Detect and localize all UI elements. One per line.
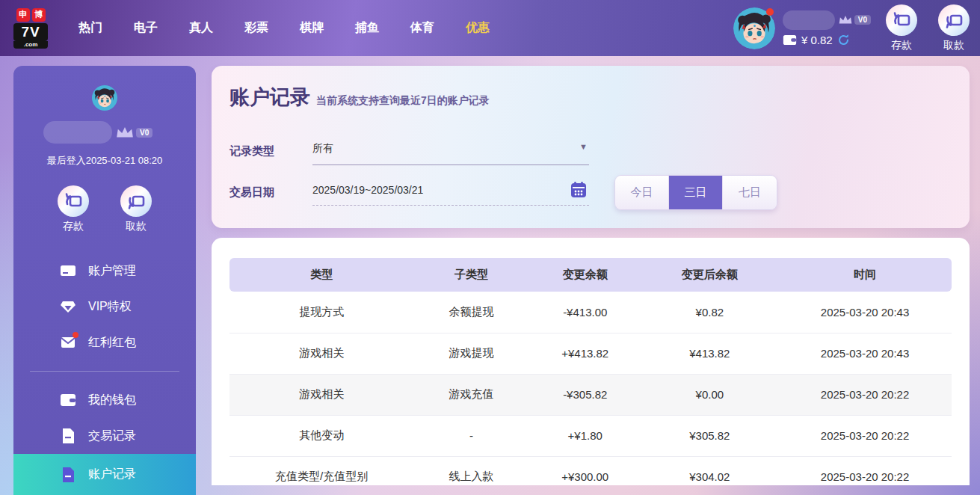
date-range-value: 2025/03/19~2025/03/21 bbox=[312, 184, 423, 196]
cell-subtype: 线上入款 bbox=[413, 456, 529, 495]
page-title: 账户记录 bbox=[229, 84, 310, 111]
main-nav: 热门 电子 真人 彩票 棋牌 捕鱼 体育 优惠 bbox=[63, 20, 505, 36]
sidebar-item-label: 账户记录 bbox=[88, 467, 136, 482]
cell-after: ¥0.00 bbox=[641, 374, 779, 415]
cell-after: ¥305.82 bbox=[641, 415, 779, 456]
red-packet-icon bbox=[60, 334, 76, 351]
top-navbar: 申 博 7V .com 热门 电子 真人 彩票 棋牌 捕鱼 体育 优惠 V0 bbox=[0, 0, 980, 56]
header-time: 时间 bbox=[778, 258, 952, 292]
nav-item-cards[interactable]: 棋牌 bbox=[289, 20, 335, 36]
cell-subtype: - bbox=[413, 415, 529, 456]
sidebar-avatar[interactable] bbox=[64, 85, 146, 111]
vip-gem-icon bbox=[60, 298, 76, 315]
sidebar-deposit-label: 存款 bbox=[63, 220, 84, 233]
sidebar-item-account-management[interactable]: 账户管理 bbox=[13, 253, 196, 289]
navbar-user-cluster: V0 ¥ 0.82 存款 取款 bbox=[733, 0, 980, 56]
sidebar-item-bonus-redpacket[interactable]: 红利红包 bbox=[13, 325, 196, 360]
table-header-row: 类型 子类型 变更余额 变更后余额 时间 bbox=[229, 258, 952, 292]
table-row: 提现方式 余额提现 -¥413.00 ¥0.82 2025-03-20 20:4… bbox=[229, 292, 952, 333]
header-type: 类型 bbox=[229, 258, 413, 292]
main-content: 账户记录 当前系统支持查询最近7日的账户记录 记录类型 所有 ▼ 交易日期 20… bbox=[212, 66, 970, 495]
nav-item-hot[interactable]: 热门 bbox=[67, 20, 114, 36]
sidebar-item-vip-privileges[interactable]: VIP特权 bbox=[13, 289, 196, 325]
withdraw-button[interactable]: 取款 bbox=[938, 4, 970, 52]
header-subtype: 子类型 bbox=[413, 258, 529, 292]
sidebar-vip-crown-icon bbox=[115, 125, 135, 140]
cell-change: +¥300.00 bbox=[529, 456, 641, 495]
date-range-quick-buttons: 今日 三日 七日 bbox=[614, 175, 777, 210]
sidebar-item-label: 交易记录 bbox=[88, 428, 136, 444]
table-row: 其他变动 - +¥1.80 ¥305.82 2025-03-20 20:22 bbox=[229, 415, 952, 456]
page-body: V0 最后登入2025-03-21 08:20 存款 取款 账户管理 bbox=[0, 56, 980, 495]
cell-time: 2025-03-20 20:22 bbox=[778, 374, 952, 415]
nav-item-slots[interactable]: 电子 bbox=[123, 20, 169, 36]
cell-change: -¥413.00 bbox=[529, 292, 641, 333]
records-table-panel: 类型 子类型 变更余额 变更后余额 时间 提现方式 余额提现 -¥413.00 … bbox=[212, 238, 970, 485]
wallet-icon bbox=[60, 392, 76, 408]
cell-type: 游戏相关 bbox=[229, 374, 413, 415]
last-login-text: 最后登入2025-03-21 08:20 bbox=[47, 154, 163, 167]
cell-change: +¥1.80 bbox=[529, 415, 641, 456]
cell-time: 2025-03-20 20:22 bbox=[778, 456, 952, 495]
cell-change: +¥413.82 bbox=[529, 333, 641, 374]
sidebar-vip-level-badge: V0 bbox=[136, 128, 152, 138]
header-change: 变更余额 bbox=[529, 258, 641, 292]
cell-type: 游戏相关 bbox=[229, 333, 413, 374]
nav-item-promo[interactable]: 优惠 bbox=[454, 20, 501, 36]
cell-subtype: 游戏充值 bbox=[413, 374, 529, 415]
sidebar-withdraw-button[interactable]: 取款 bbox=[120, 185, 152, 233]
vip-crown-icon bbox=[838, 14, 853, 25]
sidebar-item-account-records[interactable]: 账户记录 bbox=[13, 454, 196, 495]
document-icon bbox=[60, 467, 76, 483]
logo-badge-1: 申 bbox=[16, 8, 30, 22]
document-icon bbox=[60, 428, 76, 444]
transaction-date-label: 交易日期 bbox=[229, 185, 312, 200]
username-redacted bbox=[783, 10, 835, 30]
records-table: 类型 子类型 变更余额 变更后余额 时间 提现方式 余额提现 -¥413.00 … bbox=[229, 258, 952, 495]
record-type-select[interactable]: 所有 ▼ bbox=[312, 138, 589, 165]
sidebar-divider bbox=[30, 371, 179, 372]
sidebar-item-label: 账户管理 bbox=[88, 263, 136, 279]
vip-level-badge: V0 bbox=[854, 15, 871, 25]
date-range-input[interactable]: 2025/03/19~2025/03/21 bbox=[312, 179, 589, 206]
cell-time: 2025-03-20 20:43 bbox=[778, 333, 952, 374]
chevron-down-icon: ▼ bbox=[579, 142, 588, 151]
sidebar-deposit-icon bbox=[64, 191, 83, 211]
sidebar-item-label: VIP特权 bbox=[88, 299, 132, 315]
nav-item-fishing[interactable]: 捕鱼 bbox=[344, 20, 390, 36]
logo-text: 7V bbox=[13, 23, 48, 41]
sidebar-item-my-wallet[interactable]: 我的钱包 bbox=[13, 382, 196, 418]
refresh-icon[interactable] bbox=[837, 34, 850, 46]
cell-after: ¥304.02 bbox=[641, 456, 779, 495]
cell-type: 提现方式 bbox=[229, 292, 413, 333]
sidebar: V0 最后登入2025-03-21 08:20 存款 取款 账户管理 bbox=[13, 66, 196, 495]
cell-time: 2025-03-20 20:43 bbox=[778, 292, 952, 333]
sidebar-withdraw-label: 取款 bbox=[126, 220, 147, 233]
logo-badge-2: 博 bbox=[32, 8, 46, 22]
sidebar-item-transaction-records[interactable]: 交易记录 bbox=[13, 418, 196, 454]
withdraw-label: 取款 bbox=[943, 39, 964, 52]
table-row: 游戏相关 游戏提现 +¥413.82 ¥413.82 2025-03-20 20… bbox=[229, 333, 952, 374]
balance-amount: ¥ 0.82 bbox=[801, 34, 833, 46]
deposit-icon bbox=[892, 10, 911, 30]
range-button-today[interactable]: 今日 bbox=[615, 176, 669, 209]
sidebar-deposit-button[interactable]: 存款 bbox=[58, 185, 89, 233]
redpacket-notification-dot bbox=[73, 332, 78, 338]
account-records-header-panel: 账户记录 当前系统支持查询最近7日的账户记录 记录类型 所有 ▼ 交易日期 20… bbox=[212, 66, 970, 228]
nav-item-live[interactable]: 真人 bbox=[178, 20, 224, 36]
cell-type: 其他变动 bbox=[229, 415, 413, 456]
nav-item-sports[interactable]: 体育 bbox=[399, 20, 446, 36]
user-avatar[interactable] bbox=[733, 7, 775, 49]
nav-item-lottery[interactable]: 彩票 bbox=[233, 20, 280, 36]
table-row: 游戏相关 游戏充值 -¥305.82 ¥0.00 2025-03-20 20:2… bbox=[229, 374, 952, 415]
table-row: 充值类型/充值型别 线上入款 +¥300.00 ¥304.02 2025-03-… bbox=[229, 456, 952, 495]
site-logo[interactable]: 申 博 7V .com bbox=[13, 8, 48, 49]
cell-change: -¥305.82 bbox=[529, 374, 641, 415]
range-button-3days[interactable]: 三日 bbox=[669, 176, 723, 209]
withdraw-icon bbox=[944, 10, 964, 30]
record-type-value: 所有 bbox=[312, 142, 333, 154]
range-button-7days[interactable]: 七日 bbox=[723, 176, 777, 209]
calendar-icon[interactable] bbox=[570, 181, 588, 201]
cell-after: ¥413.82 bbox=[641, 333, 779, 374]
deposit-button[interactable]: 存款 bbox=[886, 4, 917, 52]
